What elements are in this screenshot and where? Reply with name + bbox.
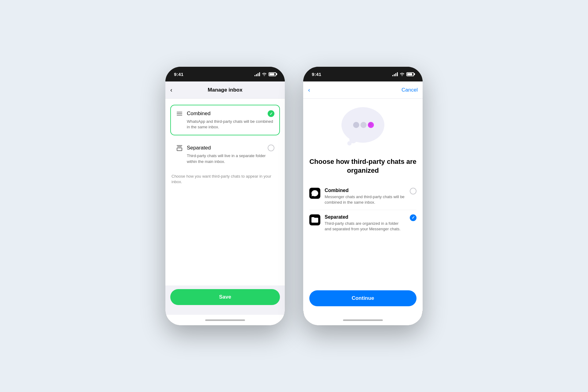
cancel-button[interactable]: Cancel [401, 87, 418, 93]
inbox-icon [176, 145, 183, 151]
messenger-screen: ‹ Cancel [303, 81, 423, 325]
option-list-right: Combined Messenger chats and third-party… [309, 183, 417, 236]
folder-icon [309, 214, 320, 225]
combined-description: WhatsApp and third-party chats will be c… [187, 119, 274, 130]
messenger-separated-option[interactable]: Separated Third-party chats are organize… [309, 210, 417, 236]
home-indicator-right [303, 315, 423, 325]
status-bar-left: 9:41 [165, 67, 285, 81]
wifi-icon [262, 72, 267, 76]
chat-bubble-illustration [338, 106, 387, 149]
continue-button[interactable]: Continue [309, 290, 417, 306]
combined-title: Combined [187, 111, 211, 117]
phone-left: 9:41 ‹ Manage inbox [165, 67, 285, 325]
time-left: 9:41 [174, 72, 183, 77]
phone-right: 9:41 ‹ Cancel [303, 67, 423, 325]
hint-text: Choose how you want third-party chats to… [170, 174, 280, 185]
wifi-icon-right [400, 72, 405, 76]
separated-radio-icon [268, 145, 274, 151]
combined-title-right: Combined [325, 188, 405, 193]
bottom-area-left: Save [165, 285, 285, 315]
status-icons-left [254, 72, 276, 76]
back-button-left[interactable]: ‹ [170, 86, 172, 93]
separated-desc-right: Third-party chats are organized in a fol… [325, 221, 405, 232]
home-indicator-left [165, 315, 285, 325]
separated-option[interactable]: Separated Third-party chats will live in… [170, 139, 280, 170]
nav-bar-right: ‹ Cancel [303, 81, 423, 99]
time-right: 9:41 [312, 72, 321, 77]
illustration-area [309, 106, 417, 149]
separated-description: Third-party chats will live in a separat… [187, 153, 274, 164]
combined-check-icon [268, 110, 274, 117]
messenger-combined-option[interactable]: Combined Messenger chats and third-party… [309, 183, 417, 210]
separated-text-right: Separated Third-party chats are organize… [325, 214, 405, 232]
status-bar-right: 9:41 [303, 67, 423, 81]
battery-icon [269, 72, 276, 76]
combined-option[interactable]: Combined WhatsApp and third-party chats … [170, 105, 280, 135]
combined-radio-right [410, 188, 417, 194]
signal-icon [254, 72, 260, 76]
page-title-left: Manage inbox [208, 87, 242, 93]
signal-icon-right [392, 72, 398, 76]
chat-illustration-svg [338, 106, 387, 149]
svg-point-4 [360, 122, 367, 128]
svg-point-3 [353, 122, 359, 128]
continue-area: Continue [309, 290, 417, 309]
whatsapp-screen: ‹ Manage inbox Combined [165, 81, 285, 325]
svg-point-2 [347, 141, 352, 145]
menu-icon [176, 112, 183, 115]
chat-icon [309, 188, 320, 199]
content-area-left: Combined WhatsApp and third-party chats … [165, 99, 285, 285]
combined-desc-right: Messenger chats and third-party chats wi… [325, 194, 405, 205]
separated-title-right: Separated [325, 214, 405, 220]
nav-bar-left: ‹ Manage inbox [165, 81, 285, 99]
messenger-heading: Choose how third-party chats are organiz… [309, 157, 417, 175]
separated-title: Separated [187, 145, 211, 151]
messenger-content: Choose how third-party chats are organiz… [303, 99, 423, 315]
battery-icon-right [406, 72, 414, 76]
status-icons-right [392, 72, 414, 76]
save-button[interactable]: Save [170, 289, 280, 305]
back-button-right[interactable]: ‹ [308, 86, 310, 93]
svg-point-5 [368, 122, 374, 128]
separated-check-right [410, 214, 417, 221]
combined-text-right: Combined Messenger chats and third-party… [325, 188, 405, 205]
